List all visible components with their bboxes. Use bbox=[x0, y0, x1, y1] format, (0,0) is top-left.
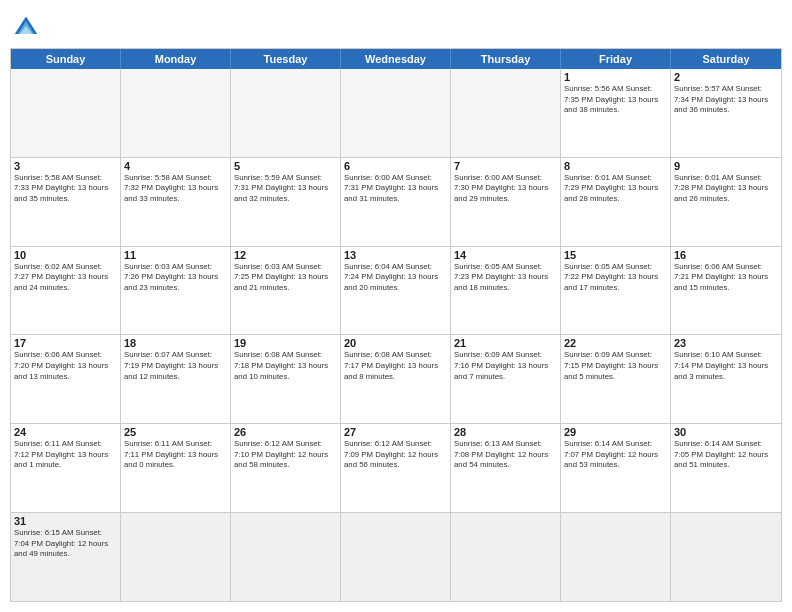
day-number: 6 bbox=[344, 160, 447, 172]
day-cell-empty-5-2 bbox=[231, 513, 341, 601]
day-info: Sunrise: 6:06 AM Sunset: 7:20 PM Dayligh… bbox=[14, 350, 117, 382]
day-info: Sunrise: 6:09 AM Sunset: 7:15 PM Dayligh… bbox=[564, 350, 667, 382]
day-info: Sunrise: 6:09 AM Sunset: 7:16 PM Dayligh… bbox=[454, 350, 557, 382]
day-info: Sunrise: 6:03 AM Sunset: 7:26 PM Dayligh… bbox=[124, 262, 227, 294]
header bbox=[10, 10, 782, 42]
day-cell-31: 31Sunrise: 6:15 AM Sunset: 7:04 PM Dayli… bbox=[11, 513, 121, 601]
weekday-header-tuesday: Tuesday bbox=[231, 49, 341, 69]
weekday-header-monday: Monday bbox=[121, 49, 231, 69]
day-number: 8 bbox=[564, 160, 667, 172]
day-info: Sunrise: 6:15 AM Sunset: 7:04 PM Dayligh… bbox=[14, 528, 117, 560]
logo bbox=[10, 10, 46, 42]
day-info: Sunrise: 6:01 AM Sunset: 7:29 PM Dayligh… bbox=[564, 173, 667, 205]
day-cell-19: 19Sunrise: 6:08 AM Sunset: 7:18 PM Dayli… bbox=[231, 335, 341, 423]
day-cell-2: 2Sunrise: 5:57 AM Sunset: 7:34 PM Daylig… bbox=[671, 69, 781, 157]
day-cell-11: 11Sunrise: 6:03 AM Sunset: 7:26 PM Dayli… bbox=[121, 247, 231, 335]
day-number: 27 bbox=[344, 426, 447, 438]
day-number: 18 bbox=[124, 337, 227, 349]
day-cell-empty-5-6 bbox=[671, 513, 781, 601]
day-cell-29: 29Sunrise: 6:14 AM Sunset: 7:07 PM Dayli… bbox=[561, 424, 671, 512]
calendar-header: SundayMondayTuesdayWednesdayThursdayFrid… bbox=[11, 49, 781, 69]
day-info: Sunrise: 6:00 AM Sunset: 7:31 PM Dayligh… bbox=[344, 173, 447, 205]
day-number: 31 bbox=[14, 515, 117, 527]
day-info: Sunrise: 5:56 AM Sunset: 7:35 PM Dayligh… bbox=[564, 84, 667, 116]
day-cell-28: 28Sunrise: 6:13 AM Sunset: 7:08 PM Dayli… bbox=[451, 424, 561, 512]
logo-icon bbox=[10, 10, 42, 42]
day-number: 5 bbox=[234, 160, 337, 172]
day-cell-7: 7Sunrise: 6:00 AM Sunset: 7:30 PM Daylig… bbox=[451, 158, 561, 246]
day-number: 16 bbox=[674, 249, 778, 261]
weekday-header-wednesday: Wednesday bbox=[341, 49, 451, 69]
day-cell-12: 12Sunrise: 6:03 AM Sunset: 7:25 PM Dayli… bbox=[231, 247, 341, 335]
day-cell-10: 10Sunrise: 6:02 AM Sunset: 7:27 PM Dayli… bbox=[11, 247, 121, 335]
day-cell-13: 13Sunrise: 6:04 AM Sunset: 7:24 PM Dayli… bbox=[341, 247, 451, 335]
day-number: 19 bbox=[234, 337, 337, 349]
weekday-header-sunday: Sunday bbox=[11, 49, 121, 69]
day-cell-1: 1Sunrise: 5:56 AM Sunset: 7:35 PM Daylig… bbox=[561, 69, 671, 157]
day-number: 11 bbox=[124, 249, 227, 261]
day-cell-18: 18Sunrise: 6:07 AM Sunset: 7:19 PM Dayli… bbox=[121, 335, 231, 423]
day-number: 12 bbox=[234, 249, 337, 261]
day-info: Sunrise: 6:12 AM Sunset: 7:10 PM Dayligh… bbox=[234, 439, 337, 471]
day-cell-empty-5-3 bbox=[341, 513, 451, 601]
day-cell-empty-0-0 bbox=[11, 69, 121, 157]
day-cell-empty-5-4 bbox=[451, 513, 561, 601]
day-info: Sunrise: 6:06 AM Sunset: 7:21 PM Dayligh… bbox=[674, 262, 778, 294]
day-number: 30 bbox=[674, 426, 778, 438]
day-cell-20: 20Sunrise: 6:08 AM Sunset: 7:17 PM Dayli… bbox=[341, 335, 451, 423]
day-number: 13 bbox=[344, 249, 447, 261]
day-number: 15 bbox=[564, 249, 667, 261]
day-info: Sunrise: 6:14 AM Sunset: 7:05 PM Dayligh… bbox=[674, 439, 778, 471]
day-cell-empty-0-4 bbox=[451, 69, 561, 157]
day-number: 29 bbox=[564, 426, 667, 438]
day-info: Sunrise: 6:02 AM Sunset: 7:27 PM Dayligh… bbox=[14, 262, 117, 294]
day-cell-empty-0-3 bbox=[341, 69, 451, 157]
day-cell-8: 8Sunrise: 6:01 AM Sunset: 7:29 PM Daylig… bbox=[561, 158, 671, 246]
day-info: Sunrise: 6:12 AM Sunset: 7:09 PM Dayligh… bbox=[344, 439, 447, 471]
weekday-header-friday: Friday bbox=[561, 49, 671, 69]
day-number: 10 bbox=[14, 249, 117, 261]
day-number: 23 bbox=[674, 337, 778, 349]
day-number: 25 bbox=[124, 426, 227, 438]
calendar-body: 1Sunrise: 5:56 AM Sunset: 7:35 PM Daylig… bbox=[11, 69, 781, 601]
day-number: 3 bbox=[14, 160, 117, 172]
day-number: 4 bbox=[124, 160, 227, 172]
day-number: 24 bbox=[14, 426, 117, 438]
day-info: Sunrise: 5:59 AM Sunset: 7:31 PM Dayligh… bbox=[234, 173, 337, 205]
calendar-row-2: 10Sunrise: 6:02 AM Sunset: 7:27 PM Dayli… bbox=[11, 246, 781, 335]
day-info: Sunrise: 5:58 AM Sunset: 7:32 PM Dayligh… bbox=[124, 173, 227, 205]
day-info: Sunrise: 6:10 AM Sunset: 7:14 PM Dayligh… bbox=[674, 350, 778, 382]
day-info: Sunrise: 6:14 AM Sunset: 7:07 PM Dayligh… bbox=[564, 439, 667, 471]
day-cell-empty-0-1 bbox=[121, 69, 231, 157]
day-cell-30: 30Sunrise: 6:14 AM Sunset: 7:05 PM Dayli… bbox=[671, 424, 781, 512]
day-cell-14: 14Sunrise: 6:05 AM Sunset: 7:23 PM Dayli… bbox=[451, 247, 561, 335]
day-number: 9 bbox=[674, 160, 778, 172]
day-number: 21 bbox=[454, 337, 557, 349]
day-cell-empty-5-5 bbox=[561, 513, 671, 601]
day-number: 26 bbox=[234, 426, 337, 438]
day-cell-16: 16Sunrise: 6:06 AM Sunset: 7:21 PM Dayli… bbox=[671, 247, 781, 335]
day-info: Sunrise: 6:08 AM Sunset: 7:18 PM Dayligh… bbox=[234, 350, 337, 382]
day-info: Sunrise: 6:00 AM Sunset: 7:30 PM Dayligh… bbox=[454, 173, 557, 205]
day-cell-15: 15Sunrise: 6:05 AM Sunset: 7:22 PM Dayli… bbox=[561, 247, 671, 335]
day-number: 7 bbox=[454, 160, 557, 172]
day-info: Sunrise: 5:57 AM Sunset: 7:34 PM Dayligh… bbox=[674, 84, 778, 116]
day-cell-27: 27Sunrise: 6:12 AM Sunset: 7:09 PM Dayli… bbox=[341, 424, 451, 512]
calendar-row-4: 24Sunrise: 6:11 AM Sunset: 7:12 PM Dayli… bbox=[11, 423, 781, 512]
day-cell-empty-5-1 bbox=[121, 513, 231, 601]
day-number: 14 bbox=[454, 249, 557, 261]
day-cell-4: 4Sunrise: 5:58 AM Sunset: 7:32 PM Daylig… bbox=[121, 158, 231, 246]
day-cell-26: 26Sunrise: 6:12 AM Sunset: 7:10 PM Dayli… bbox=[231, 424, 341, 512]
day-info: Sunrise: 6:04 AM Sunset: 7:24 PM Dayligh… bbox=[344, 262, 447, 294]
weekday-header-thursday: Thursday bbox=[451, 49, 561, 69]
day-number: 22 bbox=[564, 337, 667, 349]
day-cell-9: 9Sunrise: 6:01 AM Sunset: 7:28 PM Daylig… bbox=[671, 158, 781, 246]
day-number: 20 bbox=[344, 337, 447, 349]
day-info: Sunrise: 6:11 AM Sunset: 7:12 PM Dayligh… bbox=[14, 439, 117, 471]
day-number: 17 bbox=[14, 337, 117, 349]
day-cell-22: 22Sunrise: 6:09 AM Sunset: 7:15 PM Dayli… bbox=[561, 335, 671, 423]
calendar-row-5: 31Sunrise: 6:15 AM Sunset: 7:04 PM Dayli… bbox=[11, 512, 781, 601]
day-cell-23: 23Sunrise: 6:10 AM Sunset: 7:14 PM Dayli… bbox=[671, 335, 781, 423]
day-info: Sunrise: 5:58 AM Sunset: 7:33 PM Dayligh… bbox=[14, 173, 117, 205]
day-number: 1 bbox=[564, 71, 667, 83]
